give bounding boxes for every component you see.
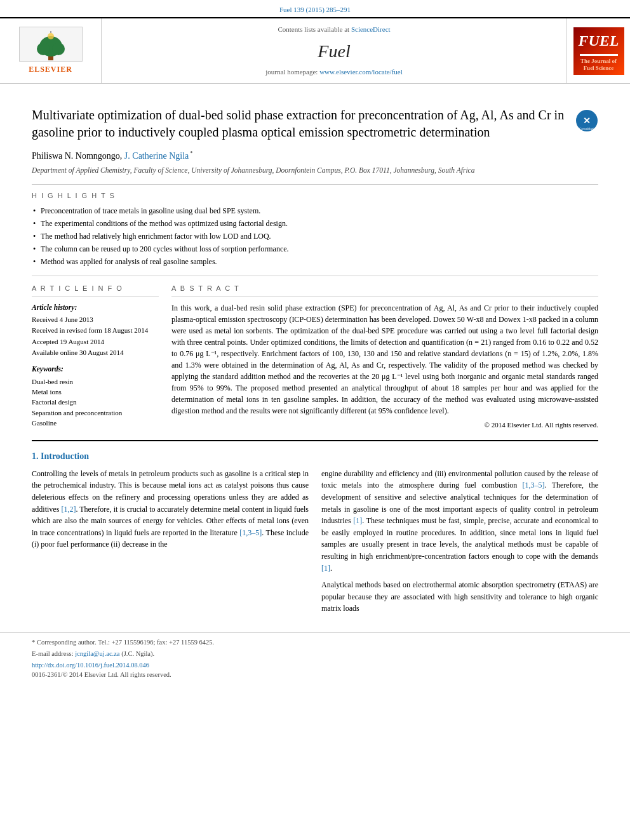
keyword-item: Factorial design [32, 397, 159, 407]
highlights-section: H I G H L I G H T S Preconcentration of … [32, 184, 598, 267]
highlight-item: The method had relatively high enrichmen… [32, 231, 598, 242]
abstract-text: In this work, a dual-bed resin solid pha… [171, 302, 598, 417]
keyword-item: Gasoline [32, 418, 159, 428]
intro-heading: 1. Introduction [32, 450, 598, 463]
elsevier-logo: ELSEVIER [19, 27, 83, 75]
elsevier-logo-box [19, 27, 83, 62]
intro-para-1: Controlling the levels of metals in petr… [32, 468, 309, 550]
author-link[interactable]: J. Catherine Ngila [124, 151, 189, 161]
body-col-left: Controlling the levels of metals in petr… [32, 468, 309, 620]
svg-point-3 [52, 43, 65, 55]
journal-header: ELSEVIER Contents lists available at Sci… [0, 17, 630, 84]
keyword-item: Separation and preconcentration [32, 408, 159, 418]
keyword-item: Dual-bed resin [32, 377, 159, 387]
body-divider [32, 440, 598, 441]
authors-text: Philiswa N. Nomngongo, [32, 151, 124, 161]
contents-available: Contents lists available at ScienceDirec… [278, 25, 390, 34]
journal-name: Fuel [318, 39, 350, 63]
affiliation: Department of Applied Chemistry, Faculty… [32, 165, 598, 175]
elsevier-branding: ELSEVIER [0, 18, 102, 83]
footer-email: E-mail address: jcngila@uj.ac.za (J.C. N… [32, 650, 598, 659]
homepage-url[interactable]: www.elsevier.com/locate/fuel [319, 68, 403, 76]
highlights-label: H I G H L I G H T S [32, 191, 598, 201]
authors: Philiswa N. Nomngongo, J. Catherine Ngil… [32, 150, 598, 163]
footer-doi-link[interactable]: http://dx.doi.org/10.1016/j.fuel.2014.08… [32, 661, 598, 670]
journal-header-center: Contents lists available at ScienceDirec… [102, 18, 566, 83]
svg-point-2 [37, 43, 50, 55]
revised-date: Received in revised form 18 August 2014 [32, 326, 159, 335]
footer-area: * Corresponding author. Tel.: +27 115596… [0, 632, 630, 686]
footer-copyright: 0016-2361/© 2014 Elsevier Ltd. All right… [32, 671, 171, 678]
svg-text:CrossMark: CrossMark [579, 127, 595, 131]
highlight-item: The experimental conditions of the metho… [32, 218, 598, 229]
copyright: © 2014 Elsevier Ltd. All rights reserved… [171, 420, 598, 430]
ref-1-3-5b[interactable]: [1,3–5] [523, 481, 545, 490]
page-container: Fuel 139 (2015) 285–291 ELSE [0, 0, 630, 840]
abstract-col: A B S T R A C T In this work, a dual-bed… [171, 284, 598, 430]
crossmark-logo: ✕ CrossMark [575, 109, 598, 132]
highlight-item: Method was applied for analysis of real … [32, 257, 598, 267]
svg-text:✕: ✕ [583, 116, 591, 126]
doi-bar: Fuel 139 (2015) 285–291 [0, 0, 630, 17]
sciencedirect-link[interactable]: ScienceDirect [351, 25, 391, 33]
journal-header-right: FUEL The Journal of Fuel Science [566, 18, 630, 83]
abstract-label: A B S T R A C T [171, 284, 598, 297]
journal-homepage: journal homepage: www.elsevier.com/locat… [265, 67, 403, 77]
footer-email-link[interactable]: jcngila@uj.ac.za [75, 650, 119, 657]
footer-divider-area: http://dx.doi.org/10.1016/j.fuel.2014.08… [32, 661, 598, 679]
highlight-item: Preconcentration of trace metals in gaso… [32, 206, 598, 217]
body-two-col: Controlling the levels of metals in petr… [32, 468, 598, 620]
intro-para-2: engine durability and efficiency and (ii… [321, 468, 598, 574]
highlights-list: Preconcentration of trace metals in gaso… [32, 206, 598, 267]
highlight-item: The column can be reused up to 200 cycle… [32, 244, 598, 255]
accepted-date: Accepted 19 August 2014 [32, 337, 159, 347]
main-content: Multivariate optimization of dual-bed so… [0, 84, 630, 632]
received-date: Received 4 June 2013 [32, 315, 159, 324]
elsevier-label: ELSEVIER [29, 64, 72, 75]
history-label: Article history: [32, 302, 159, 312]
ref-1-2[interactable]: [1,2] [61, 505, 76, 514]
body-col-right: engine durability and efficiency and (ii… [321, 468, 598, 620]
footer-note: * Corresponding author. Tel.: +27 115596… [32, 638, 598, 648]
available-date: Available online 30 August 2014 [32, 348, 159, 357]
keywords-list: Dual-bed resinMetal ionsFactorial design… [32, 377, 159, 429]
fuel-logo: FUEL The Journal of Fuel Science [573, 27, 624, 75]
article-title-row: Multivariate optimization of dual-bed so… [32, 107, 598, 141]
doi-text: Fuel 139 (2015) 285–291 [279, 6, 351, 13]
article-info-col: A R T I C L E I N F O Article history: R… [32, 284, 159, 430]
corresponding-marker: * [189, 151, 192, 157]
elsevier-tree-svg [25, 29, 76, 60]
ref-1a[interactable]: [1] [353, 516, 362, 525]
article-title-text: Multivariate optimization of dual-bed so… [32, 107, 575, 141]
ref-1b[interactable]: [1] [321, 564, 330, 573]
keywords-label: Keywords: [32, 364, 159, 374]
svg-point-4 [48, 33, 54, 39]
ref-1-3-5[interactable]: [1,3–5] [239, 528, 262, 537]
article-info-label: A R T I C L E I N F O [32, 284, 159, 297]
crossmark-svg: ✕ CrossMark [575, 109, 598, 132]
keyword-item: Metal ions [32, 387, 159, 397]
intro-para-3: Analytical methods based on electrotherm… [321, 579, 598, 615]
info-abstract-cols: A R T I C L E I N F O Article history: R… [32, 276, 598, 430]
